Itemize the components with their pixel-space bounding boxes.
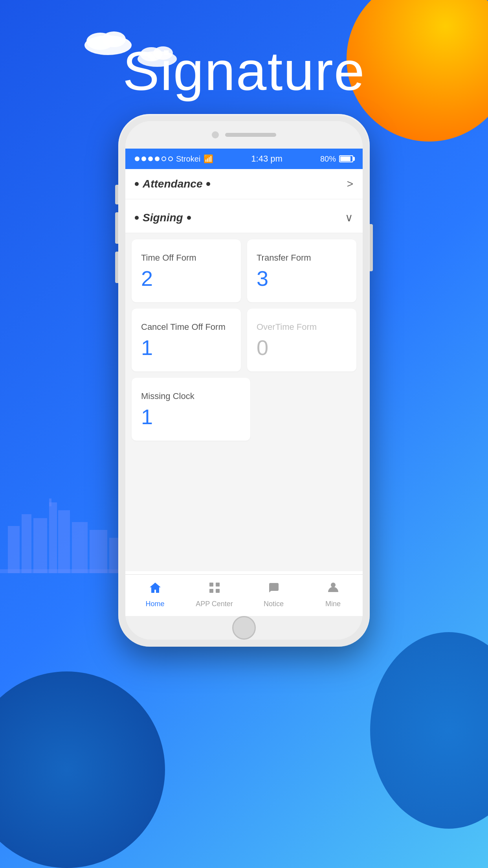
volume-mute-button bbox=[115, 185, 118, 204]
phone-screen: Strokei 📶 1:43 pm 80% bbox=[125, 149, 363, 616]
svg-rect-20 bbox=[209, 583, 213, 587]
notice-icon bbox=[267, 581, 281, 598]
missing-clock-card[interactable]: Missing Clock 1 bbox=[132, 378, 250, 441]
svg-rect-21 bbox=[216, 583, 220, 587]
signal-dot-6 bbox=[168, 156, 173, 161]
time-off-form-value: 2 bbox=[141, 268, 153, 289]
battery-icon bbox=[339, 155, 353, 162]
nav-app-center-label: APP Center bbox=[196, 600, 233, 608]
overtime-form-card[interactable]: OverTime Form 0 bbox=[247, 309, 356, 371]
main-title: Signature bbox=[0, 39, 488, 103]
attendance-dot-left bbox=[135, 182, 139, 186]
attendance-label: Attendance bbox=[143, 178, 202, 190]
person-icon bbox=[327, 581, 340, 598]
attendance-dot-right bbox=[206, 182, 210, 186]
nav-notice[interactable]: Notice bbox=[244, 581, 303, 608]
cancel-time-off-form-card[interactable]: Cancel Time Off Form 1 bbox=[132, 309, 241, 371]
front-camera bbox=[212, 131, 219, 138]
signal-dots bbox=[135, 156, 173, 161]
phone-device: Strokei 📶 1:43 pm 80% bbox=[118, 114, 370, 647]
svg-rect-2 bbox=[33, 518, 47, 573]
phone-top-bar bbox=[125, 121, 363, 149]
svg-rect-5 bbox=[72, 522, 88, 573]
attendance-title-group: Attendance bbox=[135, 178, 210, 190]
signal-dot-1 bbox=[135, 156, 139, 161]
cards-row-2: Cancel Time Off Form 1 OverTime Form 0 bbox=[132, 309, 356, 371]
signal-dot-5 bbox=[161, 156, 166, 161]
cancel-time-off-form-label: Cancel Time Off Form bbox=[141, 322, 226, 332]
signal-dot-3 bbox=[148, 156, 153, 161]
cards-container: Time Off Form 2 Transfer Form 3 Cancel T… bbox=[125, 233, 363, 453]
signal-dot-4 bbox=[155, 156, 160, 161]
cards-row-3: Missing Clock 1 bbox=[132, 378, 356, 441]
volume-up-button bbox=[115, 212, 118, 244]
speaker bbox=[225, 133, 276, 137]
svg-rect-1 bbox=[22, 514, 31, 573]
bottom-nav: Home APP Center bbox=[125, 574, 363, 616]
status-bar-time: 1:43 pm bbox=[251, 154, 283, 164]
svg-rect-23 bbox=[216, 589, 220, 593]
status-bar: Strokei 📶 1:43 pm 80% bbox=[125, 149, 363, 169]
time-off-form-card[interactable]: Time Off Form 2 bbox=[132, 239, 241, 302]
nav-home-label: Home bbox=[145, 600, 164, 608]
home-icon bbox=[149, 581, 162, 598]
nav-mine-label: Mine bbox=[325, 600, 341, 608]
home-button[interactable] bbox=[232, 616, 256, 640]
svg-point-24 bbox=[331, 583, 336, 587]
svg-rect-4 bbox=[58, 510, 70, 573]
battery-percent: 80% bbox=[320, 154, 336, 164]
wifi-icon: 📶 bbox=[204, 154, 213, 164]
attendance-header[interactable]: Attendance > bbox=[125, 169, 363, 199]
nav-mine[interactable]: Mine bbox=[303, 581, 363, 608]
overtime-form-label: OverTime Form bbox=[257, 322, 317, 332]
carrier-name: Strokei bbox=[176, 154, 200, 164]
missing-clock-value: 1 bbox=[141, 406, 153, 427]
nav-app-center[interactable]: APP Center bbox=[185, 581, 244, 608]
status-bar-left: Strokei 📶 bbox=[135, 154, 213, 164]
phone-outer: Strokei 📶 1:43 pm 80% bbox=[118, 114, 370, 647]
svg-rect-6 bbox=[90, 530, 107, 573]
attendance-chevron-icon[interactable]: > bbox=[347, 178, 353, 190]
phone-bottom-bar bbox=[125, 616, 363, 640]
gray-area bbox=[125, 453, 363, 571]
transfer-form-card[interactable]: Transfer Form 3 bbox=[247, 239, 356, 302]
battery-shape bbox=[339, 155, 353, 162]
overtime-form-value: 0 bbox=[257, 337, 268, 358]
empty-card-spacer bbox=[257, 378, 356, 441]
apps-icon bbox=[208, 581, 221, 598]
nav-home[interactable]: Home bbox=[125, 581, 185, 608]
time-off-form-label: Time Off Form bbox=[141, 253, 196, 263]
status-bar-right: 80% bbox=[320, 154, 353, 164]
signing-dot-right bbox=[187, 216, 191, 220]
signing-header[interactable]: Signing ∨ bbox=[125, 202, 363, 233]
volume-down-button bbox=[115, 252, 118, 283]
svg-rect-22 bbox=[209, 589, 213, 593]
phone-inner: Strokei 📶 1:43 pm 80% bbox=[125, 121, 363, 640]
transfer-form-value: 3 bbox=[257, 268, 268, 289]
battery-fill bbox=[340, 156, 350, 161]
svg-rect-12 bbox=[49, 498, 51, 506]
signing-dot-left bbox=[135, 216, 139, 220]
transfer-form-label: Transfer Form bbox=[257, 253, 311, 263]
signing-label: Signing bbox=[143, 211, 183, 224]
power-button bbox=[370, 224, 373, 271]
cancel-time-off-form-value: 1 bbox=[141, 337, 153, 358]
signing-chevron-icon[interactable]: ∨ bbox=[345, 211, 353, 224]
cards-row-1: Time Off Form 2 Transfer Form 3 bbox=[132, 239, 356, 302]
signal-dot-2 bbox=[141, 156, 146, 161]
missing-clock-label: Missing Clock bbox=[141, 391, 194, 401]
nav-notice-label: Notice bbox=[264, 600, 284, 608]
svg-rect-3 bbox=[49, 502, 57, 573]
svg-rect-0 bbox=[8, 526, 20, 573]
signing-title-group: Signing bbox=[135, 211, 191, 224]
